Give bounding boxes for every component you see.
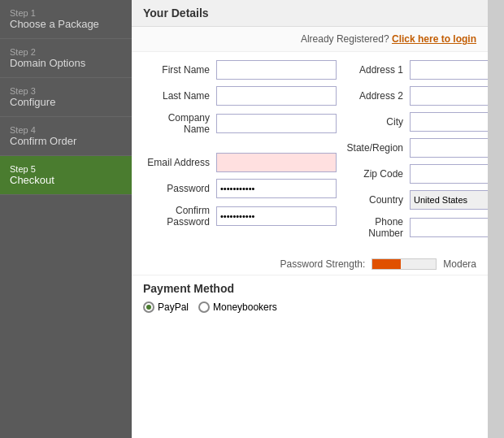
sidebar: Step 1 Choose a Package Step 2 Domain Op… xyxy=(0,0,132,438)
state-label: State/Region xyxy=(345,142,410,154)
step3-label: Step 3 xyxy=(10,86,122,96)
city-label: City xyxy=(345,116,410,128)
country-row: Country United States xyxy=(345,190,488,210)
password-input[interactable] xyxy=(216,179,337,198)
company-name-input[interactable] xyxy=(216,114,337,133)
first-name-label: First Name xyxy=(143,64,216,76)
address1-label: Address 1 xyxy=(345,64,410,76)
state-input[interactable] xyxy=(410,138,488,158)
main-content: Your Details Already Registered? Click h… xyxy=(132,0,488,438)
password-row: Password xyxy=(143,179,337,198)
paypal-radio[interactable] xyxy=(143,301,154,313)
address2-input[interactable] xyxy=(410,86,488,106)
moneybookers-label: Moneybookers xyxy=(213,301,277,313)
step1-name: Choose a Package xyxy=(10,18,122,30)
email-label: Email Address xyxy=(143,157,216,168)
confirm-password-label: Confirm Password xyxy=(143,205,216,228)
company-name-label: Company Name xyxy=(143,112,216,135)
already-registered-bar: Already Registered? Click here to login xyxy=(132,27,488,52)
password-label: Password xyxy=(143,183,216,194)
sidebar-item-step5[interactable]: Step 5 Checkout xyxy=(0,156,132,195)
already-text: Already Registered? xyxy=(301,33,389,45)
sidebar-item-step2[interactable]: Step 2 Domain Options xyxy=(0,39,132,78)
phone-label: Phone Number xyxy=(345,216,410,239)
country-select[interactable]: United States xyxy=(410,190,488,210)
first-name-input[interactable] xyxy=(216,60,337,80)
password-strength-text: Modera xyxy=(443,258,476,270)
email-row: Email Address xyxy=(143,153,337,172)
last-name-label: Last Name xyxy=(143,90,216,102)
sidebar-item-step1[interactable]: Step 1 Choose a Package xyxy=(0,0,132,39)
step1-label: Step 1 xyxy=(10,8,122,18)
moneybookers-option[interactable]: Moneybookers xyxy=(198,301,277,313)
phone-row: Phone Number xyxy=(345,216,488,239)
password-strength-fill xyxy=(372,259,401,269)
zip-label: Zip Code xyxy=(345,168,410,180)
step2-name: Domain Options xyxy=(10,57,122,69)
last-name-input[interactable] xyxy=(216,86,337,106)
step5-name: Checkout xyxy=(10,174,122,186)
payment-options: PayPal Moneybookers xyxy=(143,301,476,313)
country-label: Country xyxy=(345,194,410,206)
company-name-row: Company Name xyxy=(143,112,337,135)
step4-label: Step 4 xyxy=(10,125,122,135)
password-strength-row: Password Strength: Modera xyxy=(132,254,488,275)
last-name-row: Last Name xyxy=(143,86,337,106)
sidebar-item-step4[interactable]: Step 4 Confirm Order xyxy=(0,117,132,156)
confirm-password-input[interactable] xyxy=(216,206,337,226)
step5-label: Step 5 xyxy=(10,164,122,174)
state-row: State/Region xyxy=(345,138,488,158)
step2-label: Step 2 xyxy=(10,47,122,57)
address1-row: Address 1 xyxy=(345,60,488,80)
left-column: First Name Last Name Company Name Email … xyxy=(143,60,337,245)
moneybookers-radio[interactable] xyxy=(198,301,210,313)
phone-input[interactable] xyxy=(410,218,488,237)
city-row: City xyxy=(345,112,488,132)
paypal-option[interactable]: PayPal xyxy=(143,301,189,313)
email-input[interactable] xyxy=(216,153,337,172)
address2-label: Address 2 xyxy=(345,90,410,102)
right-strip xyxy=(488,0,504,438)
city-input[interactable] xyxy=(410,112,488,132)
zip-row: Zip Code xyxy=(345,164,488,184)
sidebar-item-step3[interactable]: Step 3 Configure xyxy=(0,78,132,117)
password-strength-bar xyxy=(371,258,437,270)
page-title: Your Details xyxy=(132,0,488,27)
payment-title: Payment Method xyxy=(143,282,476,295)
password-strength-label: Password Strength: xyxy=(280,258,366,270)
first-name-row: First Name xyxy=(143,60,337,80)
password-strength-empty xyxy=(401,259,436,269)
right-column: Address 1 Address 2 City State/Region Zi… xyxy=(345,60,488,245)
address2-row: Address 2 xyxy=(345,86,488,106)
confirm-password-row: Confirm Password xyxy=(143,205,337,228)
step3-name: Configure xyxy=(10,96,122,108)
form-area: First Name Last Name Company Name Email … xyxy=(132,52,488,254)
address1-input[interactable] xyxy=(410,60,488,80)
step4-name: Confirm Order xyxy=(10,135,122,147)
payment-section: Payment Method PayPal Moneybookers xyxy=(132,275,488,319)
login-link[interactable]: Click here to login xyxy=(392,33,476,45)
paypal-label: PayPal xyxy=(158,301,189,313)
zip-input[interactable] xyxy=(410,164,488,184)
